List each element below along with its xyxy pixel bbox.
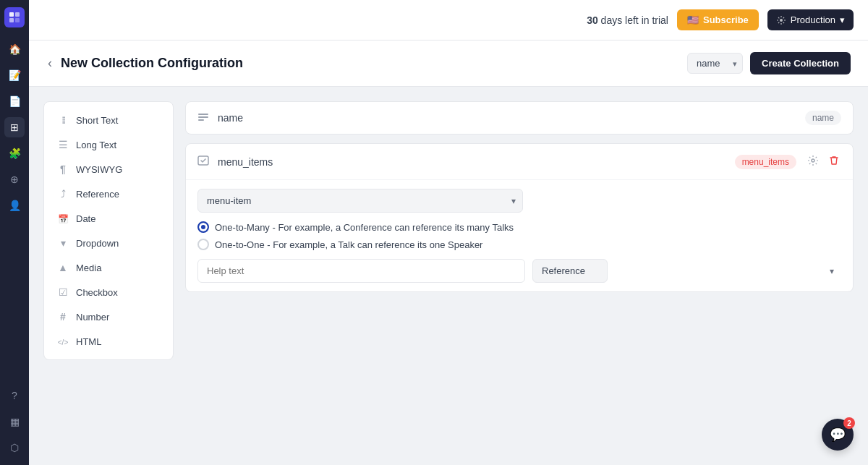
production-icon: [776, 15, 786, 25]
dropdown-icon: [57, 237, 69, 249]
wysiwyg-icon: [57, 163, 69, 175]
page-header: ‹ New Collection Configuration name Crea…: [29, 40, 868, 87]
content-area: ‹ New Collection Configuration name Crea…: [29, 40, 868, 465]
short-text-label: Short Text: [76, 115, 118, 126]
name-field-header: name: [186, 102, 853, 134]
wysiwyg-label: WYSIWYG: [76, 164, 122, 175]
name-select-wrapper: name: [687, 53, 743, 74]
long-text-label: Long Text: [76, 140, 116, 150]
production-button[interactable]: Production ▾: [767, 9, 854, 30]
short-text-icon: [57, 114, 69, 126]
svg-rect-7: [198, 119, 204, 121]
help-text-input[interactable]: [197, 259, 525, 283]
body-layout: Short Text Long Text WYSIWYG Reference D…: [29, 87, 868, 465]
reference-label: Reference: [76, 189, 119, 200]
sidebar-item-stack[interactable]: ⬡: [4, 438, 25, 458]
sidebar-item-table[interactable]: ▦: [4, 411, 25, 432]
menu-items-field-icon: [197, 155, 209, 169]
sidebar-item-person[interactable]: 👤: [4, 195, 25, 216]
radio-one-to-one-circle: [197, 239, 209, 250]
field-type-wysiwyg[interactable]: WYSIWYG: [47, 157, 170, 182]
svg-rect-6: [198, 116, 208, 118]
chat-badge: 2: [843, 417, 855, 429]
sidebar-item-puzzle[interactable]: 🧩: [4, 143, 25, 163]
field-type-long-text[interactable]: Long Text: [47, 132, 170, 157]
menu-items-field-input[interactable]: [218, 156, 726, 168]
svg-rect-0: [9, 12, 14, 17]
radio-one-to-many-circle: [197, 221, 209, 233]
svg-rect-3: [15, 18, 20, 22]
svg-rect-2: [9, 18, 14, 22]
field-type-html[interactable]: HTML: [47, 329, 170, 354]
sidebar-item-help[interactable]: ?: [4, 385, 25, 406]
settings-button[interactable]: [805, 153, 821, 171]
menu-items-field-tag: menu_items: [735, 155, 796, 169]
svg-rect-1: [15, 12, 20, 17]
reference-type-wrapper: Reference: [532, 259, 841, 283]
field-row-actions: [805, 153, 841, 171]
subscribe-flag: 🇺🇸: [687, 14, 699, 25]
subscribe-button[interactable]: 🇺🇸 Subscribe: [677, 9, 759, 30]
name-select[interactable]: name: [687, 53, 743, 74]
sidebar-item-home[interactable]: 🏠: [4, 39, 25, 59]
production-chevron: ▾: [840, 14, 845, 25]
sidebar-item-document[interactable]: 📄: [4, 91, 25, 111]
menu-items-field-header: menu_items: [186, 144, 853, 179]
fields-area: name menu_items: [185, 101, 854, 451]
reference-expanded-section: menu-item One-to-Many - For example, a C…: [186, 179, 853, 291]
name-field-input[interactable]: [218, 112, 796, 124]
svg-point-9: [812, 159, 814, 162]
field-type-checkbox[interactable]: Checkbox: [47, 280, 170, 304]
sidebar-item-layers[interactable]: ⊕: [4, 169, 25, 189]
page-header-right: name Create Collection: [687, 52, 851, 74]
create-collection-button[interactable]: Create Collection: [750, 52, 851, 74]
number-icon: [57, 311, 69, 323]
radio-one-to-one[interactable]: One-to-One - For example, a Talk can ref…: [197, 239, 841, 250]
sidebar-item-grid[interactable]: ⊞: [4, 117, 25, 137]
date-icon: [57, 213, 69, 224]
chat-icon: 💬: [830, 427, 846, 443]
radio-one-to-one-label: One-to-One - For example, a Talk can ref…: [215, 239, 482, 250]
html-label: HTML: [76, 336, 101, 347]
svg-rect-5: [198, 114, 208, 115]
chat-bubble[interactable]: 💬 2: [822, 419, 854, 451]
page-title: New Collection Configuration: [61, 56, 243, 71]
sidebar-item-blog[interactable]: 📝: [4, 65, 25, 85]
media-icon: [57, 262, 69, 273]
topbar: 30 days left in trial 🇺🇸 Subscribe Produ…: [29, 0, 868, 40]
radio-one-to-many[interactable]: One-to-Many - For example, a Conference …: [197, 221, 841, 233]
field-type-number[interactable]: Number: [47, 304, 170, 329]
menu-item-dropdown-wrapper: menu-item: [197, 189, 523, 213]
trial-text: 30 days left in trial: [587, 14, 668, 26]
name-field-tag: name: [805, 111, 841, 125]
trial-days-label: days left in trial: [601, 14, 668, 26]
delete-button[interactable]: [827, 153, 841, 170]
field-type-date[interactable]: Date: [47, 206, 170, 231]
page-header-left: ‹ New Collection Configuration: [46, 54, 243, 72]
checkbox-label: Checkbox: [76, 287, 118, 298]
media-label: Media: [76, 263, 101, 273]
subscribe-label: Subscribe: [703, 14, 749, 25]
reference-type-select[interactable]: Reference: [532, 259, 608, 283]
production-label: Production: [791, 14, 835, 25]
menu-items-field-row: menu_items: [185, 143, 854, 292]
html-icon: [57, 336, 69, 347]
name-field-icon: [197, 111, 209, 125]
name-field-row: name: [185, 101, 854, 135]
long-text-icon: [57, 139, 69, 150]
radio-group: One-to-Many - For example, a Conference …: [197, 221, 841, 250]
field-type-dropdown[interactable]: Dropdown: [47, 231, 170, 255]
field-type-short-text[interactable]: Short Text: [47, 108, 170, 132]
menu-item-dropdown[interactable]: menu-item: [197, 189, 523, 213]
sidebar-logo[interactable]: [4, 7, 25, 27]
svg-point-4: [780, 19, 783, 22]
dropdown-label: Dropdown: [76, 238, 119, 249]
radio-one-to-many-label: One-to-Many - For example, a Conference …: [215, 222, 514, 233]
back-button[interactable]: ‹: [46, 54, 54, 72]
sidebar: 🏠 📝 📄 ⊞ 🧩 ⊕ 👤 ? ▦ ⬡: [0, 0, 29, 465]
field-type-media[interactable]: Media: [47, 255, 170, 280]
number-label: Number: [76, 312, 109, 323]
field-type-reference[interactable]: Reference: [47, 182, 170, 206]
field-types-panel: Short Text Long Text WYSIWYG Reference D…: [43, 101, 174, 360]
help-row: Reference: [197, 259, 841, 283]
